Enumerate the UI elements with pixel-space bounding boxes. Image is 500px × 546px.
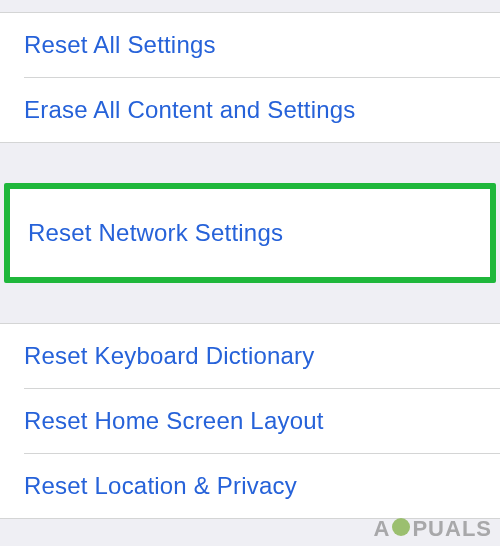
watermark-prefix: A <box>374 516 391 542</box>
erase-all-content-row[interactable]: Erase All Content and Settings <box>0 78 500 142</box>
reset-network-settings-row[interactable]: Reset Network Settings <box>10 189 490 277</box>
spacer-top <box>0 0 500 12</box>
watermark-suffix: PUALS <box>412 516 492 542</box>
settings-group-1: Reset All Settings Erase All Content and… <box>0 12 500 143</box>
spacer-mid-2 <box>0 283 500 323</box>
settings-group-2: Reset Keyboard Dictionary Reset Home Scr… <box>0 323 500 519</box>
reset-location-privacy-row[interactable]: Reset Location & Privacy <box>0 454 500 518</box>
reset-all-settings-row[interactable]: Reset All Settings <box>0 13 500 77</box>
reset-keyboard-dictionary-row[interactable]: Reset Keyboard Dictionary <box>0 324 500 388</box>
spacer-mid-1 <box>0 143 500 183</box>
watermark: A PUALS <box>374 516 492 542</box>
highlighted-selection: Reset Network Settings <box>4 183 496 283</box>
reset-home-screen-layout-row[interactable]: Reset Home Screen Layout <box>0 389 500 453</box>
watermark-logo-icon <box>392 518 410 536</box>
